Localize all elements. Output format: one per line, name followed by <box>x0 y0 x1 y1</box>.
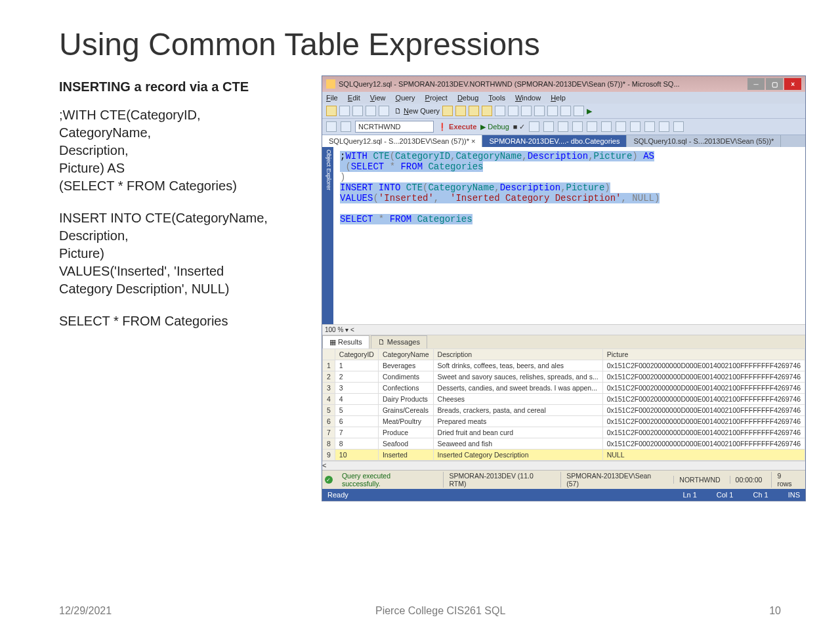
messages-tab[interactable]: 🗋 Messages <box>371 335 427 348</box>
status-ins: INS <box>788 491 800 499</box>
sql-editor[interactable]: ;WITH CTE(CategoryID,CategoryName,Descri… <box>333 147 805 324</box>
table-row[interactable]: 77ProduceDried fruit and bean curd0x151C… <box>323 427 805 438</box>
status-ch: Ch 1 <box>753 491 768 499</box>
redo-icon[interactable] <box>547 106 558 116</box>
new-query-button[interactable]: 🗋 New Query <box>394 107 440 115</box>
col-categoryid[interactable]: CategoryID <box>335 349 378 360</box>
footer-page: 10 <box>769 605 781 617</box>
tb-icon[interactable] <box>616 121 626 132</box>
table-row[interactable]: 55Grains/CerealsBreads, crackers, pasta,… <box>323 405 805 416</box>
execute-button[interactable]: ❗ Execute <box>438 123 476 131</box>
database-selector[interactable]: NCRTHWND <box>355 121 434 133</box>
menu-help[interactable]: Help <box>551 94 566 102</box>
tb-icon[interactable] <box>659 121 669 132</box>
tb-icon[interactable] <box>469 106 479 116</box>
table-row[interactable]: 910InsertedInserted Category Description… <box>323 450 805 461</box>
tb-icon[interactable] <box>601 121 612 132</box>
code-block-1: ;WITH CTE(CategoryID, CategoryName, Desc… <box>59 106 315 195</box>
copy-icon[interactable] <box>508 106 518 116</box>
tb-icon[interactable] <box>558 121 568 132</box>
menu-window[interactable]: Window <box>515 94 541 102</box>
subheading: INSERTING a record via a CTE <box>59 79 315 94</box>
code-block-3: SELECT * FROM Categories <box>59 312 315 330</box>
tb-icon[interactable] <box>326 106 337 116</box>
tb-icon[interactable] <box>630 121 640 132</box>
zoom-level[interactable]: 100 % ▾ < <box>322 324 805 335</box>
window-title: SQLQuery12.sql - SPMORAN-2013DEV.NORTHWN… <box>339 80 744 88</box>
tb-icon[interactable] <box>529 121 539 132</box>
table-row[interactable]: 66Meat/PoultryPrepared meats0x151C2F0002… <box>323 416 805 427</box>
results-tab[interactable]: ▦ Results <box>322 335 369 348</box>
open-icon[interactable] <box>352 106 363 116</box>
menu-view[interactable]: View <box>370 94 386 102</box>
file-tab-2[interactable]: SPMORAN-2013DEV....- dbo.Categories <box>482 135 627 147</box>
status-ready: Ready <box>327 491 663 499</box>
file-tabs: SQLQuery12.sql - S...2013DEV\Sean (57))*… <box>322 135 805 147</box>
tb-icon[interactable] <box>572 121 583 132</box>
app-icon <box>326 79 335 89</box>
status-rows: 9 rows <box>771 472 803 488</box>
menu-file[interactable]: File <box>326 94 338 102</box>
undo-icon[interactable] <box>534 106 545 116</box>
play-icon[interactable]: ▶ <box>587 107 592 116</box>
tb-icon[interactable] <box>574 106 584 116</box>
paste-icon[interactable] <box>521 106 532 116</box>
toolbar-sql: NCRTHWND ❗ Execute ▶ Debug ■ ✓ <box>322 119 805 135</box>
tb-icon[interactable] <box>326 121 337 132</box>
tb-icon[interactable] <box>673 121 684 132</box>
results-tabs: ▦ Results 🗋 Messages <box>322 335 805 348</box>
status-col: Col 1 <box>717 491 734 499</box>
app-statusbar: Ready Ln 1 Col 1 Ch 1 INS <box>322 489 805 501</box>
tb-icon[interactable] <box>455 106 466 116</box>
col-categoryname[interactable]: CategoryName <box>378 349 433 360</box>
saveall-icon[interactable] <box>379 106 389 116</box>
footer-center: Pierce College CIS261 SQL <box>375 605 505 617</box>
tb-icon[interactable] <box>587 121 597 132</box>
tb-icon[interactable] <box>560 106 571 116</box>
table-row[interactable]: 88SeafoodSeaweed and fish0x151C2F0002000… <box>323 438 805 450</box>
menu-debug[interactable]: Debug <box>457 94 478 102</box>
code-block-2: INSERT INTO CTE(CategoryName, Descriptio… <box>59 209 315 298</box>
menubar[interactable]: File Edit View Query Project Debug Tools… <box>322 92 805 104</box>
status-db: NORTHWND <box>673 476 725 484</box>
slide-title: Using Common Table Expressions <box>59 26 781 62</box>
status-message: Query executed successfully. <box>337 472 435 488</box>
horizontal-scroll[interactable]: < <box>322 461 805 470</box>
success-icon: ✓ <box>325 476 333 484</box>
col-picture[interactable]: Picture <box>602 349 805 360</box>
tb-icon[interactable] <box>442 106 453 116</box>
col-description[interactable]: Description <box>433 349 602 360</box>
menu-query[interactable]: Query <box>396 94 415 102</box>
footer-date: 12/29/2021 <box>59 605 112 617</box>
minimize-button[interactable]: ─ <box>747 78 765 90</box>
titlebar[interactable]: SQLQuery12.sql - SPMORAN-2013DEV.NORTHWN… <box>322 76 805 92</box>
table-row[interactable]: 11BeveragesSoft drinks, coffees, teas, b… <box>323 360 805 371</box>
table-row[interactable]: 22CondimentsSweet and savory sauces, rel… <box>323 371 805 383</box>
status-user: SPMORAN-2013DEV\Sean (57) <box>560 472 669 488</box>
menu-tools[interactable]: Tools <box>488 94 505 102</box>
table-row[interactable]: 33ConfectionsDesserts, candies, and swee… <box>323 383 805 394</box>
file-tab-1[interactable]: SQLQuery12.sql - S...2013DEV\Sean (57))*… <box>322 135 482 147</box>
tb-icon[interactable] <box>339 106 350 116</box>
debug-button[interactable]: ▶ Debug <box>480 123 509 131</box>
close-button[interactable]: × <box>784 78 801 90</box>
object-explorer-tab[interactable]: Object Explorer <box>322 147 333 324</box>
status-ln: Ln 1 <box>682 491 696 499</box>
maximize-button[interactable]: ▢ <box>766 78 783 90</box>
table-row[interactable]: 44Dairy ProductsCheeses0x151C2F000200000… <box>323 394 805 405</box>
tb-icon[interactable] <box>482 106 492 116</box>
save-icon[interactable] <box>366 106 376 116</box>
query-statusbar: ✓ Query executed successfully. SPMORAN-2… <box>322 470 805 489</box>
status-server: SPMORAN-2013DEV (11.0 RTM) <box>443 472 556 488</box>
ssms-window: SQLQuery12.sql - SPMORAN-2013DEV.NORTHWN… <box>322 75 806 501</box>
menu-project[interactable]: Project <box>425 94 448 102</box>
tb-icon[interactable] <box>543 121 554 132</box>
toolbar-main: 🗋 New Query ▶ <box>322 104 805 119</box>
tb-icon[interactable] <box>341 121 351 132</box>
menu-edit[interactable]: Edit <box>348 94 360 102</box>
cut-icon[interactable] <box>495 106 505 116</box>
file-tab-3[interactable]: SQLQuery10.sql - S...2013DEV\Sean (55))* <box>627 135 781 147</box>
tb-icon[interactable] <box>644 121 655 132</box>
results-grid[interactable]: CategoryID CategoryName Description Pict… <box>322 348 805 461</box>
status-time: 00:00:00 <box>730 476 768 484</box>
